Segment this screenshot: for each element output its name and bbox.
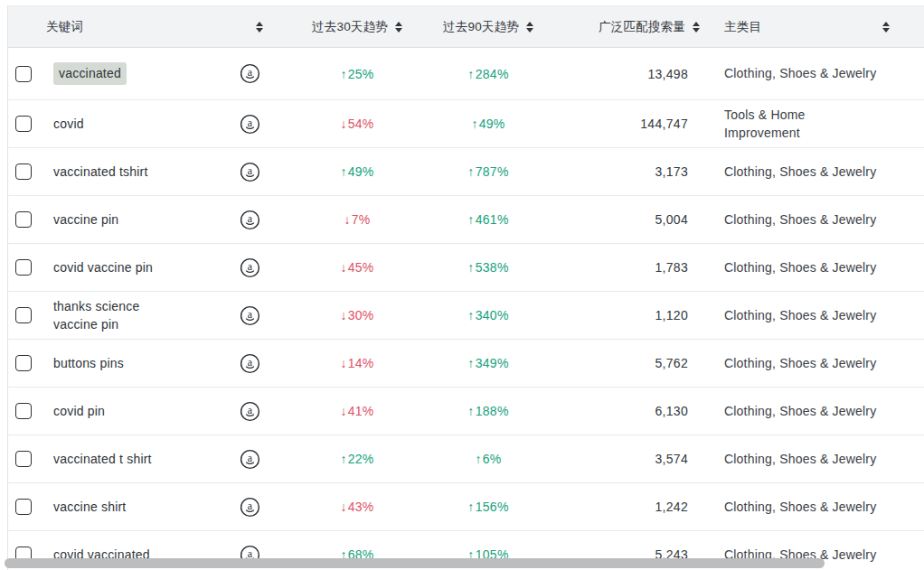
keyword-cell: buttons pins — [46, 340, 220, 387]
row-checkbox[interactable] — [15, 211, 32, 228]
trend-30d-value: ↑49% — [340, 164, 373, 179]
keyword-text[interactable]: vaccine shirt — [53, 498, 126, 516]
keyword-text[interactable]: vaccinated t shirt — [53, 450, 152, 468]
trend-90d-value: ↑6% — [475, 452, 501, 466]
table-row: vaccinated tshirt a ↑49% ↑787% 3,173 Clo… — [8, 148, 924, 196]
trend-90d-cell: ↑49% — [435, 100, 542, 147]
row-checkbox[interactable] — [15, 307, 32, 323]
keyword-text[interactable]: covid — [53, 115, 84, 133]
row-checkbox[interactable] — [15, 499, 32, 515]
trend-90d-value: ↑49% — [471, 117, 504, 131]
amazon-icon[interactable]: a — [240, 114, 260, 135]
trend-arrow-icon: ↑ — [467, 500, 474, 514]
trend-90d-value: ↑340% — [467, 308, 508, 322]
amazon-icon[interactable]: a — [240, 63, 260, 84]
table-row: covid pin a ↓41% ↑188% 6,130 Clothing, S… — [8, 388, 924, 435]
horizontal-scrollbar-thumb[interactable] — [5, 558, 825, 568]
keyword-text[interactable]: vaccinated tshirt — [53, 163, 148, 181]
row-checkbox[interactable] — [15, 355, 32, 371]
trend-arrow-icon: ↓ — [340, 260, 346, 275]
trend-30d-value: ↓7% — [344, 212, 370, 227]
header-trend-30d: 过去30天趋势 — [279, 6, 435, 47]
row-checkbox[interactable] — [15, 451, 32, 467]
sort-icon[interactable] — [882, 22, 890, 33]
category-text: Clothing, Shoes & Jewelry — [700, 48, 924, 99]
header-trend-30d-label: 过去30天趋势 — [312, 19, 388, 35]
trend-arrow-icon: ↓ — [340, 500, 346, 514]
row-checkbox-cell — [8, 148, 46, 195]
category-text: Clothing, Shoes & Jewelry — [700, 435, 924, 482]
table: 关键词 过去30天趋势 过去90天趋势 广泛匹配搜索量 主类目 — [7, 5, 924, 570]
amazon-icon[interactable]: a — [240, 353, 260, 374]
trend-90d-value: ↑188% — [467, 404, 508, 418]
search-volume-value: 6,130 — [542, 388, 700, 435]
row-checkbox[interactable] — [15, 164, 32, 180]
marketplace-cell: a — [220, 196, 279, 243]
trend-30d-cell: ↓54% — [279, 100, 435, 147]
keyword-text[interactable]: vaccine pin — [53, 210, 118, 229]
row-checkbox[interactable] — [15, 116, 32, 132]
keyword-text[interactable]: thanks science vaccine pin — [53, 297, 139, 334]
header-checkbox-spacer — [8, 6, 46, 47]
trend-arrow-icon: ↑ — [467, 404, 474, 418]
keyword-text[interactable]: vaccinated — [53, 62, 127, 84]
header-trend-90d: 过去90天趋势 — [435, 6, 542, 47]
trend-arrow-icon: ↑ — [471, 117, 477, 131]
row-checkbox[interactable] — [15, 403, 32, 419]
row-checkbox[interactable] — [15, 259, 32, 276]
category-text: Clothing, Shoes & Jewelry — [700, 292, 924, 339]
row-checkbox[interactable] — [15, 66, 32, 82]
trend-arrow-icon: ↑ — [467, 308, 474, 322]
marketplace-cell: a — [220, 435, 279, 482]
trend-90d-cell: ↑340% — [435, 292, 542, 339]
keyword-text[interactable]: covid vaccine pin — [53, 258, 153, 276]
header-category: 主类目 — [700, 6, 924, 47]
keyword-text[interactable]: covid pin — [53, 402, 105, 420]
row-checkbox-cell — [8, 388, 46, 435]
trend-30d-value: ↓30% — [340, 308, 373, 322]
sort-icon[interactable] — [693, 22, 700, 33]
trend-arrow-icon: ↑ — [340, 452, 346, 466]
trend-90d-cell: ↑284% — [435, 48, 542, 99]
keyword-text[interactable]: buttons pins — [53, 354, 124, 372]
amazon-icon[interactable]: a — [240, 257, 260, 278]
header-keyword-label: 关键词 — [46, 19, 83, 35]
search-volume-value: 144,747 — [542, 100, 700, 147]
trend-30d-cell: ↓41% — [279, 388, 435, 435]
keyword-cell: vaccinated tshirt — [46, 148, 220, 195]
trend-30d-cell: ↑49% — [279, 148, 435, 195]
trend-90d-cell: ↑461% — [435, 196, 542, 243]
marketplace-cell: a — [220, 100, 279, 147]
sort-icon[interactable] — [256, 22, 263, 33]
trend-90d-cell: ↑6% — [435, 435, 542, 482]
search-volume-value: 5,004 — [542, 196, 700, 243]
amazon-icon[interactable]: a — [240, 162, 260, 182]
table-row: vaccinated t shirt a ↑22% ↑6% 3,574 Clot… — [8, 435, 924, 483]
search-volume-value: 1,242 — [542, 483, 700, 530]
table-row: vaccinated a ↑25% ↑284% 13,498 Clothing,… — [8, 48, 924, 100]
trend-30d-cell: ↓43% — [279, 483, 435, 530]
category-text: Clothing, Shoes & Jewelry — [700, 483, 924, 530]
amazon-icon[interactable]: a — [240, 305, 260, 326]
category-text: Clothing, Shoes & Jewelry — [700, 148, 924, 195]
amazon-icon[interactable]: a — [240, 401, 260, 422]
keyword-cell: covid pin — [46, 388, 220, 435]
category-text: Clothing, Shoes & Jewelry — [700, 244, 924, 291]
trend-arrow-icon: ↓ — [344, 212, 350, 227]
header-search-volume-label: 广泛匹配搜索量 — [599, 19, 685, 35]
row-checkbox-cell — [8, 292, 46, 339]
sort-icon[interactable] — [526, 22, 533, 33]
category-text: Clothing, Shoes & Jewelry — [700, 388, 924, 435]
row-checkbox-cell — [8, 435, 46, 482]
row-checkbox-cell — [8, 100, 46, 147]
trend-90d-cell: ↑156% — [435, 483, 542, 530]
amazon-icon[interactable]: a — [240, 497, 260, 518]
trend-90d-value: ↑461% — [467, 212, 508, 227]
header-category-label: 主类目 — [724, 19, 761, 35]
row-checkbox-cell — [8, 340, 46, 387]
sort-icon[interactable] — [395, 22, 402, 33]
amazon-icon[interactable]: a — [240, 449, 260, 470]
trend-arrow-icon: ↓ — [340, 404, 346, 418]
amazon-icon[interactable]: a — [240, 210, 260, 230]
keyword-cell: thanks science vaccine pin — [46, 292, 220, 339]
